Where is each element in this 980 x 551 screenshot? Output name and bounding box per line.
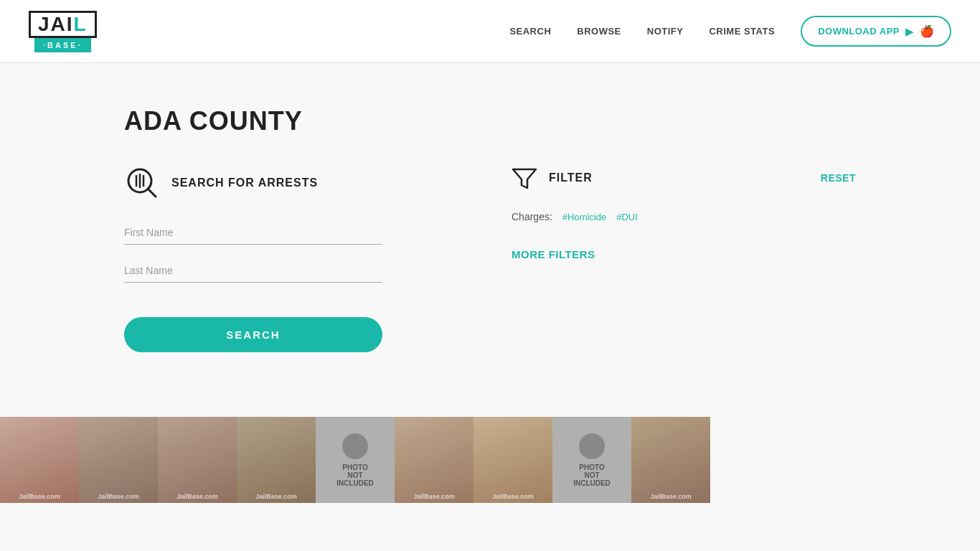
last-name-input[interactable] xyxy=(124,259,382,283)
nav-notify[interactable]: NOTIFY xyxy=(647,26,684,37)
mugshot-item[interactable]: JailBase.com xyxy=(158,417,237,503)
filter-section: FILTER RESET Charges: #Homicide #DUI MOR… xyxy=(512,165,856,261)
download-app-label: DOWNLOAD APP xyxy=(818,26,900,37)
mugshot-item[interactable]: JailBase.com xyxy=(79,417,158,503)
filter-header: FILTER RESET xyxy=(512,165,856,191)
search-section: SEARCH FOR ARRESTS SEARCH xyxy=(124,165,468,352)
placeholder-circle xyxy=(342,433,368,459)
search-arrests-icon xyxy=(124,165,160,201)
mugshot-watermark: JailBase.com xyxy=(0,493,79,500)
last-name-group xyxy=(124,259,468,283)
charge-dui[interactable]: #DUI xyxy=(616,212,638,222)
mugshot-item[interactable]: JailBase.com xyxy=(0,417,79,503)
svg-line-1 xyxy=(148,189,156,197)
mugshot-item-no-photo[interactable]: PHOTONOTINCLUDED xyxy=(316,417,395,503)
filter-icon xyxy=(512,165,537,191)
mugshot-watermark: JailBase.com xyxy=(395,493,473,500)
filter-header-left: FILTER xyxy=(512,165,593,191)
logo-bottom: ·BASE· xyxy=(34,38,91,52)
mugshot-item[interactable]: JailBase.com xyxy=(237,417,316,503)
placeholder-circle xyxy=(579,433,605,459)
search-heading: SEARCH FOR ARRESTS xyxy=(171,176,318,189)
no-photo-text: PHOTONOTINCLUDED xyxy=(573,463,611,487)
no-photo-text: PHOTONOTINCLUDED xyxy=(336,463,374,487)
mugshot-item-no-photo[interactable]: PHOTONOTINCLUDED xyxy=(552,417,631,503)
mugshot-watermark: JailBase.com xyxy=(237,493,316,500)
charges-row: Charges: #Homicide #DUI xyxy=(512,211,856,222)
main-content: ADA COUNTY SEARCH FOR ARRESTS xyxy=(95,63,885,381)
search-header: SEARCH FOR ARRESTS xyxy=(124,165,468,201)
search-button[interactable]: SEARCH xyxy=(124,317,382,352)
apple-icon: 🍎 xyxy=(920,24,935,38)
mugshots-row: JailBase.com JailBase.com JailBase.com J… xyxy=(0,417,980,503)
mugshot-item[interactable]: JailBase.com xyxy=(395,417,473,503)
county-title: ADA COUNTY xyxy=(124,106,856,136)
logo-top: JAIL xyxy=(29,11,97,38)
svg-marker-5 xyxy=(513,169,536,188)
mugshot-watermark: JailBase.com xyxy=(473,493,552,500)
mugshot-watermark: JailBase.com xyxy=(631,493,710,500)
main-nav: SEARCH BROWSE NOTIFY CRIME STATS DOWNLOA… xyxy=(509,16,951,47)
nav-search[interactable]: SEARCH xyxy=(509,26,551,37)
mugshot-watermark: JailBase.com xyxy=(158,493,237,500)
filter-heading: FILTER xyxy=(549,171,593,184)
no-photo-placeholder: PHOTONOTINCLUDED xyxy=(316,417,395,503)
first-name-input[interactable] xyxy=(124,221,382,245)
mugshot-watermark: JailBase.com xyxy=(79,493,158,500)
site-header: JAIL ·BASE· SEARCH BROWSE NOTIFY CRIME S… xyxy=(0,0,980,63)
more-filters-button[interactable]: MORE FILTERS xyxy=(512,248,595,260)
no-photo-placeholder: PHOTONOTINCLUDED xyxy=(552,417,631,503)
nav-browse[interactable]: BROWSE xyxy=(577,26,621,37)
play-icon: ▶ xyxy=(905,26,914,37)
download-app-button[interactable]: DOWNLOAD APP ▶ 🍎 xyxy=(801,16,951,47)
site-logo[interactable]: JAIL ·BASE· xyxy=(29,11,97,52)
first-name-group xyxy=(124,221,468,245)
charges-label: Charges: xyxy=(512,211,552,222)
mugshots-section: JailBase.com JailBase.com JailBase.com J… xyxy=(0,417,980,517)
charge-homicide[interactable]: #Homicide xyxy=(562,212,606,222)
search-filter-row: SEARCH FOR ARRESTS SEARCH FILTER RESET xyxy=(124,165,856,352)
mugshot-item[interactable]: JailBase.com xyxy=(631,417,710,503)
nav-crime-stats[interactable]: CRIME STATS xyxy=(709,26,775,37)
reset-button[interactable]: RESET xyxy=(821,172,856,184)
mugshot-item[interactable]: JailBase.com xyxy=(473,417,552,503)
